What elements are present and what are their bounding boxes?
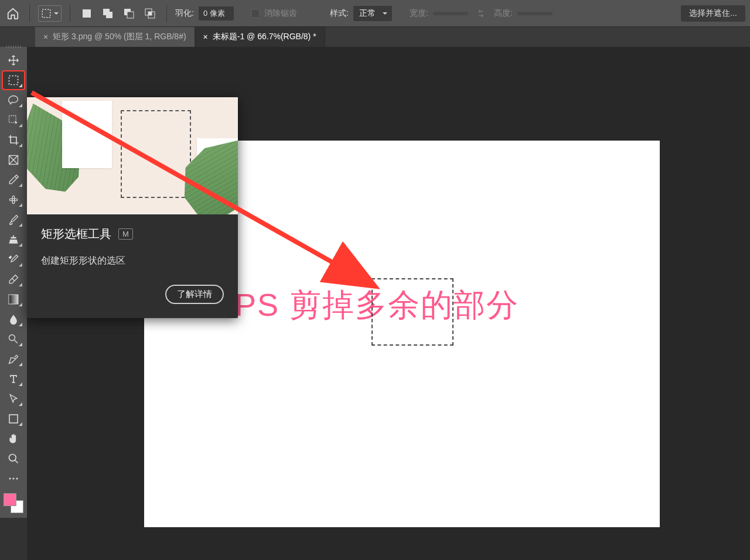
svg-point-18 [9,478,11,480]
toolbar [0,47,27,518]
eyedropper-tool[interactable] [3,171,24,189]
type-tool[interactable] [3,370,24,388]
lasso-tool[interactable] [3,91,24,109]
dodge-tool[interactable] [3,330,24,348]
hand-tool[interactable] [3,430,24,448]
tooltip-description: 创建矩形形状的选区 [41,255,224,267]
learn-more-button[interactable]: 了解详情 [165,285,224,304]
move-tool[interactable] [3,52,24,69]
height-input [517,12,553,15]
quick-select-tool[interactable] [3,111,24,129]
home-icon[interactable] [5,5,21,22]
tab-document-1[interactable]: × 矩形 3.png @ 50% (图层 1, RGB/8#) [35,27,195,47]
svg-rect-1 [83,9,91,18]
separator [29,5,30,22]
options-bar: 羽化: 0 像素 消除锯齿 样式: 正常 宽度: 高度: 选择并遮住... [0,0,750,27]
svg-rect-12 [9,199,17,200]
svg-point-17 [9,455,16,462]
svg-point-19 [13,478,15,480]
document-tabs: × 矩形 3.png @ 50% (图层 1, RGB/8#) × 未标题-1 … [0,27,750,47]
tooltip-shortcut: M [118,228,133,240]
svg-rect-8 [148,12,152,15]
antialias-label: 消除锯齿 [264,8,297,19]
close-icon[interactable]: × [43,32,48,42]
tooltip-title: 矩形选框工具 [41,226,111,242]
current-tool-icon[interactable] [38,5,62,22]
path-select-tool[interactable] [3,390,24,408]
clone-stamp-tool[interactable] [3,231,24,248]
tab-document-2[interactable]: × 未标题-1 @ 66.7%(RGB/8) * [195,27,325,47]
color-swatches[interactable] [4,493,23,513]
select-and-mask-button[interactable]: 选择并遮住... [681,5,745,22]
height-label: 高度: [494,8,513,19]
close-icon[interactable]: × [203,32,208,42]
style-label: 样式: [330,8,349,19]
foreground-color-swatch[interactable] [4,493,16,506]
healing-brush-tool[interactable] [3,191,24,209]
history-brush-tool[interactable] [3,251,24,268]
separator [166,5,167,22]
eraser-tool[interactable] [3,271,24,288]
swap-wh-icon [473,5,489,22]
crop-tool[interactable] [3,131,24,149]
width-label: 宽度: [410,8,428,19]
style-select[interactable]: 正常 [353,6,392,21]
pen-tool[interactable] [3,350,24,368]
edit-toolbar[interactable] [3,470,24,487]
separator [70,5,70,22]
gradient-tool[interactable] [3,291,24,308]
tab-label: 矩形 3.png @ 50% (图层 1, RGB/8#) [53,32,186,42]
marquee-tool[interactable] [3,71,24,89]
svg-rect-14 [9,295,18,304]
svg-rect-9 [9,76,18,85]
selection-subtract-icon[interactable] [121,5,137,22]
width-input [433,12,468,15]
brush-tool[interactable] [3,211,24,228]
tool-tooltip: 矩形选框工具 M 创建矩形形状的选区 了解详情 [27,97,238,318]
zoom-tool[interactable] [3,450,24,467]
feather-label: 羽化: [175,8,194,19]
frame-tool[interactable] [3,151,24,169]
feather-input[interactable]: 0 像素 [199,6,234,21]
marquee-selection[interactable] [371,278,454,346]
rectangle-tool[interactable] [3,410,24,428]
svg-rect-0 [42,9,50,18]
svg-rect-5 [127,12,134,18]
svg-rect-3 [106,12,112,18]
svg-rect-13 [12,196,14,203]
selection-add-icon[interactable] [100,5,116,22]
tab-label: 未标题-1 @ 66.7%(RGB/8) * [213,32,316,42]
selection-new-icon[interactable] [79,5,95,22]
antialias-checkbox [251,9,260,18]
svg-point-15 [9,335,15,341]
svg-rect-16 [9,415,18,423]
selection-intersect-icon[interactable] [142,5,158,22]
marquee-preview [121,110,191,198]
tooltip-preview [27,97,238,214]
blur-tool[interactable] [3,310,24,328]
svg-point-20 [16,478,18,480]
